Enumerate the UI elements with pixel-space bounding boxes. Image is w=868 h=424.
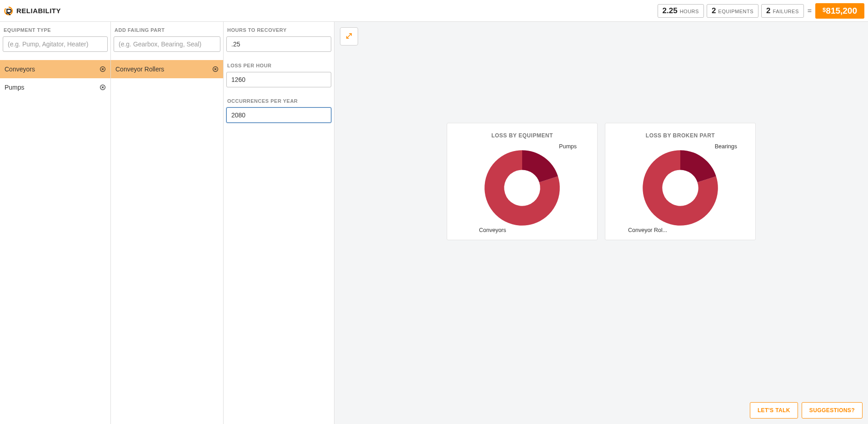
- chart-title: LOSS BY EQUIPMENT: [452, 132, 593, 139]
- stat-failures-label: FAILURES: [773, 9, 799, 14]
- donut-chart: Bearings Conveyor Rol...: [639, 147, 721, 229]
- donut-chart: Pumps Conveyors: [481, 147, 563, 229]
- chart-label-major: Conveyor Rol...: [628, 227, 667, 233]
- logo-icon: [4, 6, 14, 16]
- chart-label-major: Conveyors: [479, 227, 506, 233]
- stat-failures: 2 FAILURES: [761, 4, 804, 18]
- footer-buttons: LET'S TALK SUGGESTIONS?: [750, 402, 863, 419]
- donut-svg: [639, 147, 721, 229]
- hours-to-recovery-input[interactable]: [226, 36, 331, 52]
- equipment-type-label: EQUIPMENT TYPE: [3, 27, 108, 33]
- equipment-item-conveyors[interactable]: Conveyors: [0, 60, 110, 78]
- equipment-type-panel: EQUIPMENT TYPE Conveyors Pumps: [0, 22, 111, 424]
- stat-equipments-value: 2: [712, 6, 716, 15]
- logo: RELIABILITY: [4, 6, 61, 16]
- equipment-list: Conveyors Pumps: [0, 60, 110, 96]
- delete-icon[interactable]: [212, 66, 219, 72]
- expand-icon: [345, 32, 353, 41]
- chart-title: LOSS BY BROKEN PART: [610, 132, 751, 139]
- lets-talk-button[interactable]: LET'S TALK: [750, 402, 798, 419]
- parameters-panel: HOURS TO RECOVERY LOSS PER HOUR OCCURREN…: [224, 22, 334, 424]
- loss-per-hour-label: LOSS PER HOUR: [226, 63, 331, 68]
- stat-failures-value: 2: [766, 6, 770, 15]
- hours-to-recovery-label: HOURS TO RECOVERY: [226, 27, 331, 33]
- list-item-label: Conveyor Rollers: [115, 66, 164, 73]
- equals-sign: =: [808, 7, 812, 15]
- chart-loss-by-equipment: LOSS BY EQUIPMENT Pumps Conveyors: [447, 123, 598, 240]
- chart-label-minor: Bearings: [715, 143, 737, 150]
- failing-part-input[interactable]: [114, 36, 220, 52]
- main-area: EQUIPMENT TYPE Conveyors Pumps ADD FAILI…: [0, 22, 868, 424]
- stat-hours-label: HOURS: [680, 9, 699, 14]
- dashboard-area: LOSS BY EQUIPMENT Pumps Conveyors LOSS B…: [334, 22, 868, 424]
- header-stats: 2.25 HOURS 2 EQUIPMENTS 2 FAILURES = $81…: [658, 3, 864, 19]
- currency-symbol: $: [823, 6, 826, 13]
- expand-button[interactable]: [340, 27, 358, 45]
- equipment-type-input[interactable]: [3, 36, 108, 52]
- stat-hours-value: 2.25: [663, 6, 678, 15]
- total-value: 815,200: [826, 6, 857, 15]
- total-loss: $815,200: [815, 3, 864, 19]
- stat-equipments: 2 EQUIPMENTS: [707, 4, 758, 18]
- suggestions-button[interactable]: SUGGESTIONS?: [802, 402, 863, 419]
- failing-part-label: ADD FAILING PART: [114, 27, 220, 33]
- stat-equipments-label: EQUIPMENTS: [718, 9, 753, 14]
- list-item-label: Pumps: [5, 84, 25, 91]
- app-header: RELIABILITY 2.25 HOURS 2 EQUIPMENTS 2 FA…: [0, 0, 868, 22]
- failing-part-item-conveyor-rollers[interactable]: Conveyor Rollers: [111, 60, 223, 78]
- chart-loss-by-part: LOSS BY BROKEN PART Bearings Conveyor Ro…: [605, 123, 756, 240]
- delete-icon[interactable]: [100, 84, 106, 91]
- failing-part-list: Conveyor Rollers: [111, 60, 223, 78]
- brand-text: RELIABILITY: [16, 7, 61, 15]
- equipment-item-pumps[interactable]: Pumps: [0, 78, 110, 96]
- donut-svg: [481, 147, 563, 229]
- charts-row: LOSS BY EQUIPMENT Pumps Conveyors LOSS B…: [340, 123, 863, 240]
- occurrences-input[interactable]: [226, 107, 331, 123]
- loss-per-hour-input[interactable]: [226, 72, 331, 87]
- list-item-label: Conveyors: [5, 66, 35, 73]
- stat-hours: 2.25 HOURS: [658, 4, 704, 18]
- delete-icon[interactable]: [100, 66, 106, 72]
- occurrences-label: OCCURRENCES PER YEAR: [226, 98, 331, 104]
- failing-part-panel: ADD FAILING PART Conveyor Rollers: [111, 22, 224, 424]
- chart-label-minor: Pumps: [559, 143, 577, 150]
